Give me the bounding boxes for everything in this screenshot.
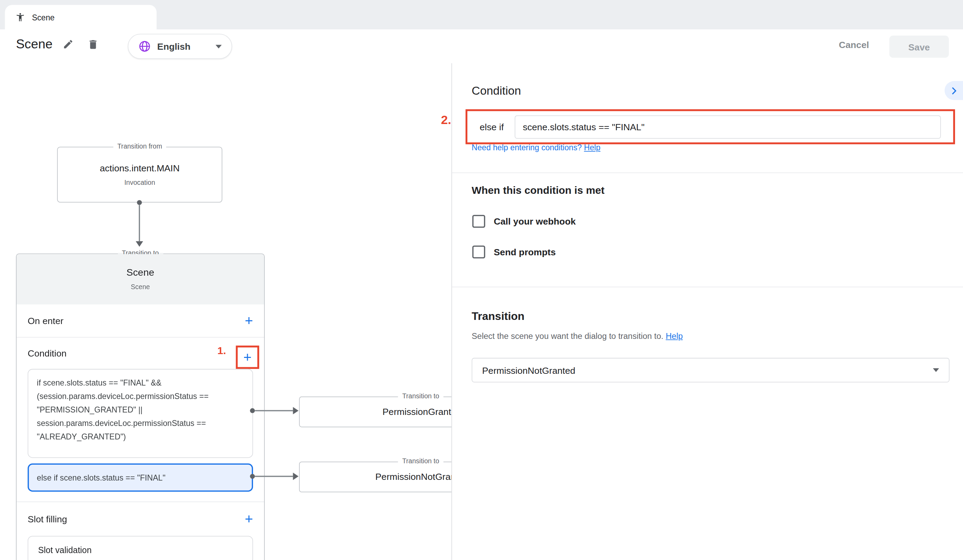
send-prompts-check-row: Send prompts: [472, 246, 556, 258]
transition-help-link[interactable]: Help: [666, 331, 683, 341]
annotation-box-2: else if: [465, 109, 955, 144]
cancel-button[interactable]: Cancel: [839, 39, 869, 50]
chevron-down-icon: [933, 368, 939, 372]
scene-card-title: Scene: [16, 267, 264, 278]
condition-help-link[interactable]: Help: [584, 143, 601, 152]
accessibility-person-icon: [15, 13, 25, 22]
call-your-webhook-checkbox[interactable]: [472, 215, 485, 228]
call-your-webhook-label: Call your webhook: [494, 216, 576, 226]
divider: [452, 287, 963, 287]
arrow-right-icon: [293, 407, 299, 414]
send-prompts-label: Send prompts: [494, 247, 556, 257]
condition-expression-input[interactable]: [515, 115, 941, 139]
chevron-down-icon: [216, 45, 222, 49]
scene-card: Transition to Scene Scene On enter + Con…: [16, 254, 265, 560]
condition-help-line: Need help entering conditions? Help: [472, 143, 600, 152]
collapse-panel-button[interactable]: [945, 81, 963, 100]
annotation-step-1: 1.: [217, 345, 226, 358]
connector-line: [255, 410, 293, 411]
else-if-label: else if: [480, 121, 504, 132]
edit-scene-button[interactable]: [60, 36, 76, 52]
tab-label: Scene: [32, 13, 55, 22]
trash-icon: [87, 38, 99, 50]
condition-item-1[interactable]: if scene.slots.status == "FINAL" && (ses…: [28, 369, 253, 458]
add-slot-button[interactable]: +: [245, 511, 253, 526]
page-title: Scene: [16, 37, 52, 52]
transition-from-node[interactable]: Transition from actions.intent.MAIN Invo…: [57, 147, 222, 203]
tab-bar: Scene: [0, 0, 963, 29]
language-selector[interactable]: English: [128, 34, 232, 59]
on-enter-row: On enter +: [16, 304, 264, 337]
help-prompt-text: Need help entering conditions?: [472, 143, 582, 152]
slot-filling-header: Slot filling +: [16, 502, 264, 536]
connector-dot: [250, 408, 255, 413]
delete-scene-button[interactable]: [85, 36, 101, 52]
condition-item-2[interactable]: else if scene.slots.status == "FINAL": [28, 463, 253, 492]
tab-scene[interactable]: Scene: [5, 5, 157, 29]
save-button[interactable]: Save: [889, 36, 949, 58]
on-enter-label: On enter: [28, 316, 245, 326]
connector-dot: [250, 474, 255, 479]
webhook-check-row: Call your webhook: [472, 215, 576, 228]
intent-name: actions.intent.MAIN: [58, 163, 222, 173]
header: Scene English Cancel Save: [0, 29, 963, 63]
language-label: English: [157, 41, 209, 52]
arrow-right-icon: [293, 473, 299, 480]
when-met-heading: When this condition is met: [472, 185, 605, 197]
target-border-label: Transition to: [398, 392, 444, 399]
connector-line: [139, 205, 140, 241]
intent-type: Invocation: [58, 179, 222, 186]
divider: [452, 172, 963, 173]
scene-card-header: Scene Scene: [16, 254, 264, 305]
annotation-step-2: 2.: [441, 113, 451, 127]
transition-description: Select the scene you want the dialog to …: [472, 331, 683, 341]
pencil-icon: [63, 39, 74, 50]
transition-heading: Transition: [472, 310, 525, 323]
slot-filling-label: Slot filling: [28, 513, 245, 524]
send-prompts-checkbox[interactable]: [472, 246, 485, 258]
add-condition-button[interactable]: +: [243, 350, 251, 364]
chevron-right-icon: [948, 85, 959, 96]
annotation-box-1: +: [236, 345, 259, 369]
transition-from-border-label: Transition from: [113, 142, 166, 150]
condition-editor-panel: Condition else if Need help entering con…: [451, 63, 963, 560]
target-border-label: Transition to: [398, 457, 444, 465]
panel-condition-heading: Condition: [472, 84, 521, 97]
globe-icon: [138, 40, 151, 52]
condition-section-header: Condition: [16, 337, 264, 369]
slot-item-1[interactable]: Slot validation: [28, 536, 253, 560]
arrow-down-icon: [136, 241, 143, 247]
scene-card-subtitle: Scene: [16, 283, 264, 290]
connector-dot: [137, 200, 142, 205]
transition-scene-value: PermissionNotGranted: [482, 365, 933, 375]
connector-line: [255, 476, 293, 477]
transition-description-text: Select the scene you want the dialog to …: [472, 331, 664, 341]
add-on-enter-button[interactable]: +: [245, 314, 253, 328]
transition-scene-select[interactable]: PermissionNotGranted: [472, 358, 950, 382]
